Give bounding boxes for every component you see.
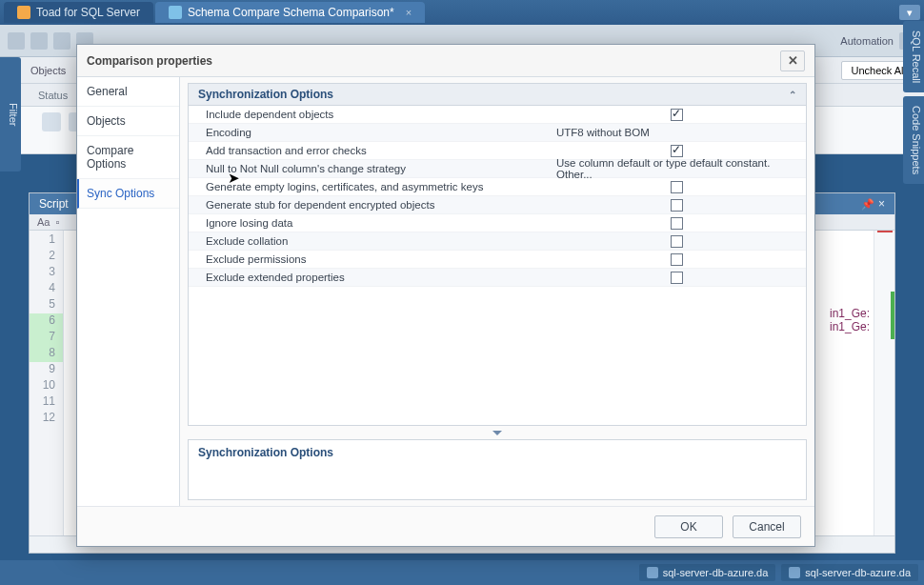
checkbox[interactable] [671,217,683,230]
objects-label: Objects [30,65,66,76]
app-tab-compare[interactable]: Schema Compare Schema Comparison* × [155,2,425,23]
option-row[interactable]: Generate empty logins, certificates, and… [189,178,806,196]
comparison-properties-dialog: Comparison properties ✕ General Objects … [76,44,815,547]
dialog-button-row: OK Cancel [77,506,814,546]
minimap[interactable] [874,231,894,535]
option-row[interactable]: Exclude extended properties [189,269,806,287]
side-tabs-right: SQL Recall Code Snippets [903,21,924,184]
app-tab-label: Toad for SQL Server [36,6,140,19]
code-fragment: in1_Ge: in1_Ge: [830,307,870,333]
option-label: Ignore losing data [189,217,551,229]
pin-icon[interactable]: 📌 [861,198,874,211]
side-tab-sql-recall[interactable]: SQL Recall [903,21,924,92]
window-titlebar: Toad for SQL Server Schema Compare Schem… [0,0,924,25]
chevron-down-icon [492,431,502,435]
checkbox[interactable] [671,145,683,157]
statusbar-connection[interactable]: sql-server-db-azure.da [781,564,918,581]
database-icon [647,567,658,578]
option-value[interactable] [551,272,806,284]
checkbox[interactable] [671,272,683,284]
dialog-title: Comparison properties [87,54,212,68]
option-value[interactable] [551,109,806,121]
option-value[interactable] [551,253,806,266]
checkbox[interactable] [671,253,683,266]
window-controls: ▾ [899,5,920,20]
option-label: Include dependent objects [189,109,551,120]
option-row[interactable]: EncodingUTF8 without BOM [189,124,806,142]
description-title: Synchronization Options [198,446,333,459]
ok-button[interactable]: OK [654,515,723,538]
option-label: Generate stub for dependent encrypted ob… [189,199,551,211]
checkbox[interactable] [671,181,683,193]
grid-section-header[interactable]: Synchronization Options ⌃ [189,84,806,106]
option-value[interactable] [551,217,806,230]
option-row[interactable]: Ignore losing data [189,214,806,232]
statusbar-connection[interactable]: sql-server-db-azure.da [639,564,776,581]
toad-icon [17,6,30,19]
dialog-main: Synchronization Options ⌃ Include depend… [180,77,814,506]
option-row[interactable]: Exclude collation [189,232,806,251]
option-value[interactable] [551,181,806,193]
option-row[interactable]: Include dependent objects [189,106,806,124]
cancel-button[interactable]: Cancel [733,515,801,538]
statusbar-label: sql-server-db-azure.da [663,567,769,578]
option-label: Exclude extended properties [189,272,551,283]
grid-section-title: Synchronization Options [198,88,333,101]
option-label: Null to Not Null column's change strateg… [189,163,551,174]
toolbar-icon[interactable] [8,32,25,50]
option-label: Exclude permissions [189,253,551,265]
checkbox[interactable] [671,109,683,121]
text-case-toggle[interactable]: Aa [37,216,50,228]
database-icon [789,567,800,578]
option-value[interactable]: UTF8 without BOM [551,127,806,138]
status-label: Status [38,90,68,101]
splitter[interactable] [188,430,807,435]
option-row[interactable]: Null to Not Null column's change strateg… [189,160,806,178]
option-value[interactable] [551,199,806,212]
app-tab-toad[interactable]: Toad for SQL Server [4,2,153,23]
option-label: Exclude collation [189,235,551,247]
side-tab-code-snippets[interactable]: Code Snippets [903,96,924,184]
status-bar: sql-server-db-azure.da sql-server-db-azu… [0,560,924,585]
option-label: Add transaction and error checks [189,145,551,156]
checkbox[interactable] [671,235,683,248]
dialog-nav: General Objects Compare Options Sync Opt… [77,77,180,506]
nav-item-sync-options[interactable]: Sync Options [77,179,179,209]
collapse-icon[interactable]: ⌃ [789,90,796,100]
side-tab-filter[interactable]: Filter [0,57,21,171]
tab-close-icon[interactable]: × [406,7,412,18]
script-title: Script [39,197,69,211]
nav-item-compare-options[interactable]: Compare Options [77,136,179,179]
line-gutter: 1 2 3 4 5 6 7 8 9 10 11 12 [30,231,64,535]
option-value[interactable] [551,235,806,248]
svg-rect-1 [169,6,182,19]
dialog-titlebar: Comparison properties ✕ [77,45,814,77]
toolbar-icon[interactable] [53,32,70,50]
checkbox[interactable] [671,199,683,212]
close-icon[interactable]: × [878,197,885,211]
option-row[interactable]: Generate stub for dependent encrypted ob… [189,196,806,214]
app-tab-label: Schema Compare Schema Comparison* [188,6,394,19]
dialog-close-button[interactable]: ✕ [780,50,805,71]
option-value[interactable]: Use column default or type default const… [551,157,806,180]
strip-icon[interactable] [42,112,61,131]
automation-label: Automation [840,35,894,47]
option-row[interactable]: Exclude permissions [189,251,806,269]
option-label: Generate empty logins, certificates, and… [189,181,551,192]
nav-item-general[interactable]: General [77,77,179,107]
window-dropdown-icon[interactable]: ▾ [899,5,920,20]
toolbar-icon[interactable]: ▫ [55,216,59,228]
toolbar-icon[interactable] [30,32,48,50]
option-value[interactable] [551,145,806,157]
statusbar-label: sql-server-db-azure.da [805,567,911,578]
options-grid: Synchronization Options ⌃ Include depend… [188,83,807,426]
option-label: Encoding [189,127,551,138]
svg-rect-0 [17,6,30,19]
compare-icon [169,6,182,19]
nav-item-objects[interactable]: Objects [77,107,179,136]
description-panel: Synchronization Options [188,439,807,500]
